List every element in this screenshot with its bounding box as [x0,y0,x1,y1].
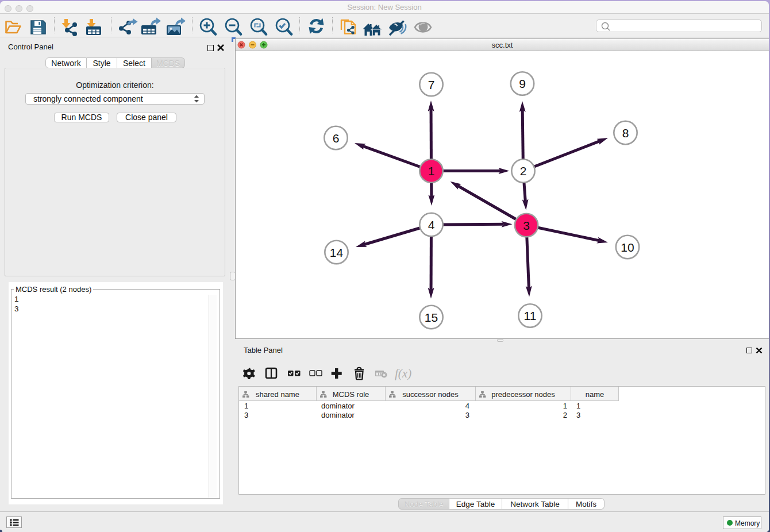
svg-text:14: 14 [329,245,343,259]
svg-text:4: 4 [428,218,434,231]
svg-text:7: 7 [428,78,434,91]
svg-text:1: 1 [428,164,434,178]
svg-text:15: 15 [424,310,437,323]
svg-text:2: 2 [519,164,526,178]
svg-text:8: 8 [622,126,629,139]
svg-text:f(x): f(x) [395,367,411,380]
svg-text:9: 9 [519,77,526,90]
svg-text:11: 11 [523,309,536,322]
svg-text:6: 6 [332,131,339,144]
svg-text:3: 3 [523,218,530,232]
svg-text:10: 10 [621,240,634,253]
